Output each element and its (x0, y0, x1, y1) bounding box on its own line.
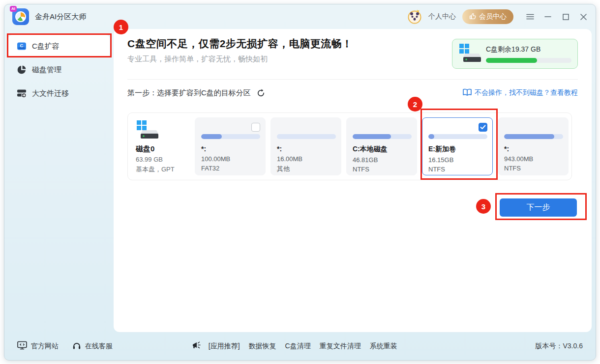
footer-link-data-recovery[interactable]: 数据恢复 (249, 342, 276, 351)
minimize-icon[interactable] (543, 12, 552, 21)
screen: AI 金舟AI分区大师 个人中心 (0, 0, 600, 364)
c-drive-progress-track (486, 58, 571, 63)
disk-info: 磁盘0 63.99 GB 基本盘，GPT (135, 119, 190, 174)
pie-disk-icon (17, 65, 27, 75)
sidebar-item-label: C盘扩容 (32, 42, 60, 51)
app-logo-icon: AI (12, 8, 29, 25)
tutorial-link[interactable]: 不会操作，找不到磁盘？查看教程 (463, 88, 578, 98)
partition-usage-fill (201, 134, 222, 139)
official-site-label: 官方网站 (31, 342, 59, 351)
section-divider (127, 79, 578, 80)
version-label: 版本号：V3.0.6 (536, 342, 583, 351)
footer-left: 官方网站 在线客服 (17, 341, 113, 351)
c-drive-status-box: C盘剩余19.37 GB (452, 39, 578, 69)
sidebar: C C盘扩容 磁盘管理 (4, 29, 114, 332)
sidebar-item-large-file-migration[interactable]: 大文件迁移 (8, 82, 110, 105)
app-window: AI 金舟AI分区大师 个人中心 (4, 4, 596, 361)
footer-link-system-reinstall[interactable]: 系统重装 (370, 342, 397, 351)
sidebar-item-label: 大文件迁移 (32, 89, 69, 98)
book-icon (463, 88, 472, 98)
partition-usage-fill (504, 134, 554, 139)
hard-drive-icon (458, 43, 481, 65)
svg-text:C: C (20, 43, 24, 48)
close-icon[interactable] (579, 12, 588, 21)
title-bar: AI 金舟AI分区大师 个人中心 (4, 4, 596, 29)
personal-center-link[interactable]: 个人中心 (428, 12, 456, 21)
sidebar-item-label: 磁盘管理 (32, 65, 61, 75)
partition-size: 16.15GB (428, 156, 486, 164)
window-controls (526, 12, 588, 21)
partition-size: 46.81GB (353, 156, 411, 164)
disk-name: 磁盘0 (136, 144, 190, 154)
sidebar-item-disk-management[interactable]: 磁盘管理 (8, 58, 110, 81)
page-title: C盘空间不足，仅需2步无损扩容，电脑更流畅！ (127, 37, 353, 51)
titlebar-actions: 个人中心 会员中心 (407, 9, 588, 24)
partition-usage-track (504, 134, 563, 139)
partition-usage-track (428, 134, 487, 139)
migrate-drive-icon (17, 88, 27, 98)
member-center-button[interactable]: 会员中心 (462, 9, 513, 24)
step-row: 第一步：选择要扩容到C盘的目标分区 不会操作，找不到磁盘？查看教程 (127, 86, 578, 99)
partition-card[interactable]: *: 16.00MB 其他 (270, 117, 341, 175)
partition-size: 16.00MB (277, 155, 335, 163)
online-service-label: 在线客服 (85, 342, 113, 351)
next-step-button[interactable]: 下一步 (500, 198, 577, 217)
partition-size: 943.00MB (504, 155, 562, 163)
footer-recommendations: [应用推荐] 数据恢复 C盘清理 重复文件清理 系统重装 (192, 341, 456, 351)
refresh-icon[interactable] (257, 89, 265, 97)
c-drive-free-label: C盘剩余19.37 GB (486, 45, 571, 54)
main-panel: C盘空间不足，仅需2步无损扩容，电脑更流畅！ 专业工具，操作简单，扩容无忧，畅快… (114, 29, 592, 332)
member-center-label: 会员中心 (479, 12, 507, 21)
partition-card-selected[interactable]: E:新加卷 16.15GB NTFS (422, 117, 493, 175)
step-label: 第一步：选择要扩容到C盘的目标分区 (127, 88, 251, 98)
headset-icon (72, 341, 81, 351)
disk-type: 基本盘，GPT (136, 165, 190, 174)
official-site-link[interactable]: 官方网站 (17, 341, 59, 351)
app-title: 金舟AI分区大师 (35, 12, 86, 22)
partition-card[interactable]: *: 100.00MB FAT32 (195, 117, 266, 175)
partition-label: C:本地磁盘 (353, 145, 411, 154)
partition-filesystem: 其他 (277, 165, 335, 173)
footer-link-duplicate-clean[interactable]: 重复文件清理 (320, 342, 361, 351)
partition-usage-track (353, 134, 412, 139)
c-drive-icon: C (17, 41, 27, 51)
partition-card[interactable]: C:本地磁盘 46.81GB NTFS (346, 117, 417, 175)
partition-checkbox-unchecked[interactable] (251, 123, 260, 132)
sidebar-item-c-drive-expand[interactable]: C C盘扩容 (8, 35, 110, 57)
partition-filesystem: FAT32 (201, 165, 259, 172)
partition-usage-track (201, 134, 260, 139)
disk-size: 63.99 GB (136, 156, 190, 163)
user-avatar[interactable] (407, 9, 422, 24)
tutorial-link-label: 不会操作，找不到磁盘？查看教程 (475, 88, 578, 97)
megaphone-icon (192, 341, 202, 351)
partition-card[interactable]: *: 943.00MB NTFS (498, 117, 569, 175)
partition-usage-track (277, 134, 336, 139)
footer-bar: 官方网站 在线客服 (4, 332, 596, 360)
recommend-label: [应用推荐] (209, 342, 240, 351)
hard-drive-icon (136, 133, 158, 141)
partition-usage-fill (353, 134, 391, 139)
ai-badge: AI (10, 6, 17, 12)
partition-label: E:新加卷 (428, 145, 486, 154)
partition-selector: 磁盘0 63.99 GB 基本盘，GPT *: 100.00MB FAT32 (127, 112, 572, 180)
partition-usage-fill (428, 134, 434, 139)
online-service-link[interactable]: 在线客服 (72, 341, 113, 351)
partition-filesystem: NTFS (353, 166, 411, 173)
footer-link-c-drive-clean[interactable]: C盘清理 (285, 342, 311, 351)
c-drive-status-info: C盘剩余19.37 GB (486, 45, 571, 63)
maximize-icon[interactable] (561, 12, 570, 21)
menu-icon[interactable] (526, 12, 535, 21)
partition-label: *: (504, 145, 562, 153)
partition-size: 100.00MB (201, 155, 259, 163)
partition-filesystem: NTFS (504, 165, 562, 172)
partition-label: *: (201, 145, 259, 153)
page-subtitle: 专业工具，操作简单，扩容无忧，畅快如初 (127, 55, 268, 64)
thumb-up-icon (469, 13, 476, 21)
c-drive-progress-fill (486, 58, 537, 63)
partition-filesystem: NTFS (428, 166, 486, 173)
monitor-icon (17, 341, 27, 351)
partition-checkbox-checked[interactable] (479, 123, 487, 132)
pie-chart-logo-icon (15, 11, 26, 22)
partition-label: *: (277, 145, 335, 153)
